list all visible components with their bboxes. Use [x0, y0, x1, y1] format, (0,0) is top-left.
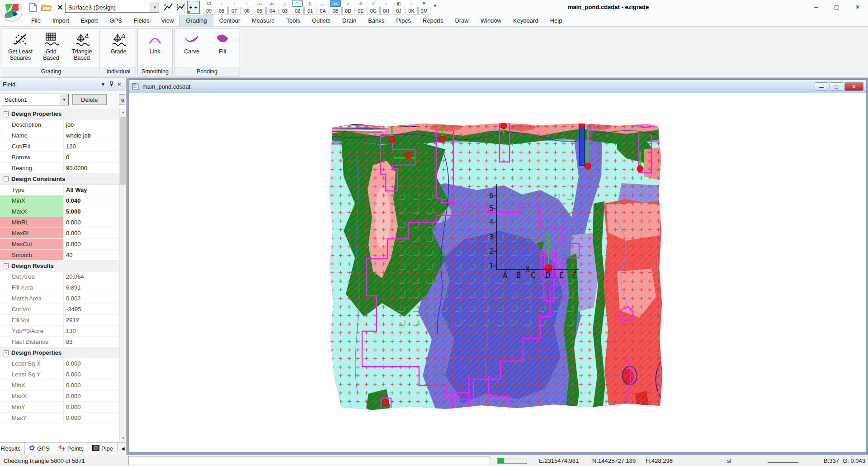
add-points-tool-button[interactable]: + +: [187, 1, 200, 14]
menu-item-measure[interactable]: Measure: [246, 15, 281, 26]
tab-gps[interactable]: GPS: [25, 442, 54, 455]
qat-button-06[interactable]: ↑06: [241, 0, 253, 14]
grade-button[interactable]: Grade: [104, 30, 133, 67]
property-row-fill-area[interactable]: Fill Area6.891: [0, 282, 119, 293]
property-value[interactable]: 0.000: [63, 358, 119, 369]
grid-based-button[interactable]: GridBased: [37, 30, 66, 67]
property-row-match-area[interactable]: Match Area0.002: [0, 293, 119, 304]
property-row-cut-area[interactable]: Cut Area20.064: [0, 271, 119, 282]
property-value[interactable]: 0.000: [63, 391, 119, 401]
minimize-button[interactable]: ─: [806, 0, 826, 14]
menu-item-window[interactable]: Window: [475, 15, 507, 26]
property-value[interactable]: 130: [63, 326, 119, 336]
property-row-least-sq-y[interactable]: Least Sq Y0.000: [0, 369, 119, 380]
property-row-haul-distance[interactable]: Haul Distance83: [0, 337, 119, 347]
property-value[interactable]: 90.0000: [63, 163, 119, 173]
qat-button-08[interactable]: ↑08: [215, 0, 228, 14]
draw-polyline-icon[interactable]: [163, 2, 174, 14]
property-value[interactable]: 0.000: [63, 369, 119, 380]
panel-menu-icon[interactable]: ▼: [99, 82, 107, 87]
menu-item-gps[interactable]: GPS: [104, 15, 127, 26]
section-header-1[interactable]: −Design Constraints: [0, 174, 119, 185]
collapse-icon[interactable]: −: [4, 263, 9, 268]
surface-selector[interactable]: Surface3 (Design) ▼: [65, 2, 159, 13]
fill-button[interactable]: Fill: [208, 30, 237, 67]
menu-item-import[interactable]: Import: [47, 15, 75, 26]
scroll-up-icon[interactable]: ▲: [120, 109, 126, 116]
collapse-icon[interactable]: −: [4, 111, 9, 116]
property-value[interactable]: 0.000: [63, 402, 119, 412]
menu-item-grading[interactable]: Grading: [179, 15, 213, 26]
clipped-button[interactable]: e: [119, 94, 125, 105]
property-value[interactable]: 2912: [63, 315, 119, 325]
property-row-smooth[interactable]: Smooth40: [0, 250, 119, 261]
property-value[interactable]: 83: [63, 337, 119, 347]
property-row-minrl[interactable]: MinRL0.000: [0, 217, 119, 228]
property-row-fill-vol[interactable]: Fill Vol2912: [0, 315, 119, 326]
triangle-based-button[interactable]: TriangleBased: [67, 30, 96, 67]
pin-icon[interactable]: [107, 81, 115, 87]
property-value[interactable]: 120: [63, 141, 119, 152]
menu-item-file[interactable]: File: [25, 15, 47, 26]
property-row-minx[interactable]: MinX0.000: [0, 380, 119, 391]
property-row-bearing[interactable]: Bearing90.0000: [0, 163, 119, 174]
property-row-name[interactable]: Namewhole job: [0, 130, 119, 141]
property-row-least-sq-x[interactable]: Least Sq X0.000: [0, 358, 119, 369]
qat-button-0H[interactable]: ⌂0H: [380, 0, 392, 14]
property-row-type[interactable]: TypeAll Way: [0, 185, 119, 195]
property-value[interactable]: 0.000: [63, 380, 119, 390]
property-value[interactable]: 0.002: [63, 293, 119, 304]
property-value[interactable]: 40: [63, 250, 119, 260]
scroll-thumb[interactable]: [120, 117, 126, 185]
qat-button-0B[interactable]: ▭0B: [329, 0, 342, 14]
menu-item-tools[interactable]: Tools: [281, 15, 306, 26]
menu-item-keyboard[interactable]: Keyboard: [507, 15, 544, 26]
grid-scrollbar[interactable]: ▲ ▼: [119, 109, 126, 442]
property-row-maxrl[interactable]: MaxRL0.000: [0, 228, 119, 239]
qat-button-0J[interactable]: ◧0J: [392, 0, 405, 14]
maximize-button[interactable]: ▢: [826, 0, 847, 14]
menu-item-reports[interactable]: Reports: [417, 15, 449, 26]
collapse-icon[interactable]: −: [4, 350, 9, 355]
toolbar-overflow-icon[interactable]: ▼: [433, 4, 437, 8]
close-button[interactable]: ✕: [847, 0, 868, 14]
menu-item-outlets[interactable]: Outlets: [306, 15, 336, 26]
property-value[interactable]: whole job: [63, 130, 119, 141]
qat-button-0K[interactable]: ↑0K: [405, 0, 418, 14]
property-row-minx[interactable]: MinX0.040: [0, 195, 119, 206]
delete-button[interactable]: Delete: [72, 94, 107, 105]
section-header-0[interactable]: −Design Properties: [0, 109, 119, 119]
document-title-bar[interactable]: main_pond.cdsdat ▬ ▢ ✕: [129, 80, 866, 93]
menu-item-fields[interactable]: Fields: [128, 15, 156, 26]
open-file-icon[interactable]: [41, 2, 52, 13]
get-least-squares-button[interactable]: Get LeastSquares: [6, 30, 35, 67]
chevron-down-icon[interactable]: ▼: [151, 2, 159, 12]
qat-button-0D[interactable]: ↗0D: [342, 0, 354, 14]
doc-minimize-button[interactable]: ▬: [815, 82, 828, 91]
property-value[interactable]: 20.064: [63, 271, 119, 282]
new-file-icon[interactable]: [27, 2, 39, 13]
menu-item-banks[interactable]: Banks: [362, 15, 390, 26]
scroll-down-icon[interactable]: ▼: [120, 435, 126, 442]
property-value[interactable]: 0: [63, 152, 119, 162]
qat-button-04[interactable]: de04: [266, 0, 278, 14]
property-value[interactable]: 5.000: [63, 206, 119, 217]
property-row-maxx[interactable]: MaxX5.000: [0, 206, 119, 217]
collapse-icon[interactable]: −: [4, 176, 9, 181]
property-row-yds-3-acre[interactable]: Yds**3/Acre130: [0, 326, 119, 337]
property-row-cut-vol[interactable]: Cut Vol-3495: [0, 304, 119, 315]
property-row-maxcut[interactable]: MaxCut0.000: [0, 239, 119, 250]
menu-item-help[interactable]: Help: [544, 15, 568, 26]
panel-close-icon[interactable]: ✕: [115, 82, 123, 87]
menu-item-contour[interactable]: Contour: [213, 15, 246, 26]
qat-button-09[interactable]: 1309: [203, 0, 215, 14]
tab-scroll-left-icon[interactable]: ◀: [121, 446, 125, 451]
tab-results[interactable]: Results: [0, 442, 25, 455]
qat-button-0A[interactable]: ◡0A: [316, 0, 329, 14]
app-logo-icon[interactable]: [1, 0, 22, 21]
link-button[interactable]: Link: [141, 30, 170, 67]
section-header-3[interactable]: −Design Properties: [0, 347, 119, 358]
menu-item-pipes[interactable]: Pipes: [390, 15, 417, 26]
property-row-miny[interactable]: MinY0.000: [0, 402, 119, 413]
property-value[interactable]: 0.000: [63, 217, 119, 228]
